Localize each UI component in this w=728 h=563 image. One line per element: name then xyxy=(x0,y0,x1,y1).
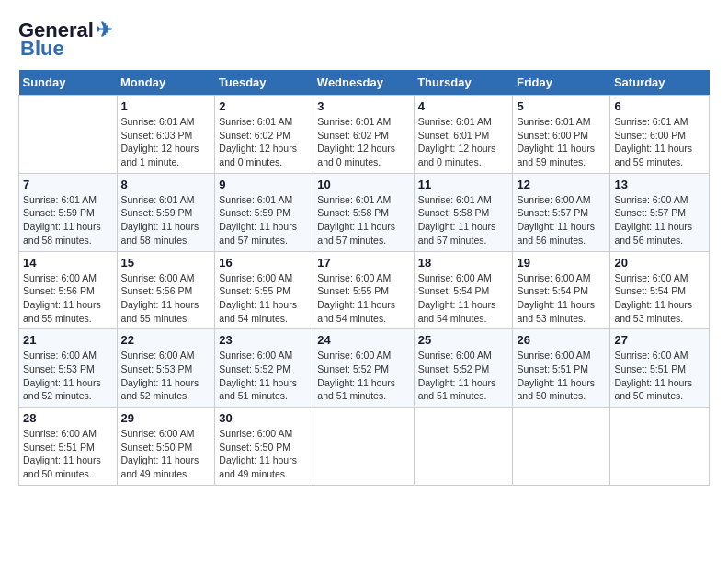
day-number: 13 xyxy=(614,178,705,191)
day-info: Sunrise: 6:00 AMSunset: 5:54 PMDaylight:… xyxy=(517,271,606,326)
calendar-cell: 3Sunrise: 6:01 AMSunset: 6:02 PMDaylight… xyxy=(313,96,414,174)
calendar-cell: 12Sunrise: 6:00 AMSunset: 5:57 PMDayligh… xyxy=(513,173,610,251)
calendar-cell: 30Sunrise: 6:00 AMSunset: 5:50 PMDayligh… xyxy=(215,408,313,486)
day-info: Sunrise: 6:01 AMSunset: 5:58 PMDaylight:… xyxy=(317,193,409,247)
day-number: 29 xyxy=(121,411,211,425)
calendar-cell: 20Sunrise: 6:00 AMSunset: 5:54 PMDayligh… xyxy=(610,251,710,329)
calendar-cell: 5Sunrise: 6:01 AMSunset: 6:00 PMDaylight… xyxy=(513,96,610,174)
day-info: Sunrise: 6:00 AMSunset: 5:57 PMDaylight:… xyxy=(517,193,606,247)
day-number: 9 xyxy=(219,178,309,191)
page-header: General✈ Blue xyxy=(18,18,710,61)
day-number: 24 xyxy=(317,333,409,347)
day-number: 30 xyxy=(219,411,309,425)
day-info: Sunrise: 6:01 AMSunset: 5:59 PMDaylight:… xyxy=(23,193,113,247)
calendar-cell: 16Sunrise: 6:00 AMSunset: 5:55 PMDayligh… xyxy=(215,251,313,329)
calendar-week-row: 7Sunrise: 6:01 AMSunset: 5:59 PMDaylight… xyxy=(19,173,710,251)
calendar-cell: 29Sunrise: 6:00 AMSunset: 5:50 PMDayligh… xyxy=(117,408,215,486)
day-info: Sunrise: 6:00 AMSunset: 5:54 PMDaylight:… xyxy=(614,271,705,326)
day-number: 22 xyxy=(121,333,211,347)
day-number: 20 xyxy=(614,256,705,270)
day-info: Sunrise: 6:01 AMSunset: 6:00 PMDaylight:… xyxy=(614,115,705,169)
day-number: 25 xyxy=(418,333,509,347)
day-number: 18 xyxy=(418,256,509,270)
calendar-cell xyxy=(19,96,118,174)
calendar-cell: 6Sunrise: 6:01 AMSunset: 6:00 PMDaylight… xyxy=(610,96,710,174)
day-info: Sunrise: 6:00 AMSunset: 5:56 PMDaylight:… xyxy=(121,271,211,326)
day-info: Sunrise: 6:00 AMSunset: 5:51 PMDaylight:… xyxy=(23,427,113,481)
calendar-cell: 8Sunrise: 6:01 AMSunset: 5:59 PMDaylight… xyxy=(117,173,215,251)
calendar-cell xyxy=(610,408,710,486)
weekday-header: Friday xyxy=(513,70,610,96)
calendar-cell: 25Sunrise: 6:00 AMSunset: 5:52 PMDayligh… xyxy=(414,329,513,408)
calendar-cell: 18Sunrise: 6:00 AMSunset: 5:54 PMDayligh… xyxy=(414,251,513,329)
day-number: 1 xyxy=(121,99,211,113)
calendar-cell: 9Sunrise: 6:01 AMSunset: 5:59 PMDaylight… xyxy=(215,173,313,251)
weekday-header: Thursday xyxy=(414,70,513,96)
calendar-week-row: 21Sunrise: 6:00 AMSunset: 5:53 PMDayligh… xyxy=(19,329,710,408)
day-info: Sunrise: 6:01 AMSunset: 6:02 PMDaylight:… xyxy=(317,115,409,169)
calendar-cell xyxy=(414,408,513,486)
calendar-week-row: 14Sunrise: 6:00 AMSunset: 5:56 PMDayligh… xyxy=(19,251,710,329)
day-number: 6 xyxy=(614,99,705,113)
day-info: Sunrise: 6:00 AMSunset: 5:50 PMDaylight:… xyxy=(219,427,309,481)
day-info: Sunrise: 6:00 AMSunset: 5:56 PMDaylight:… xyxy=(23,271,113,326)
day-number: 3 xyxy=(317,99,409,113)
day-info: Sunrise: 6:00 AMSunset: 5:57 PMDaylight:… xyxy=(614,193,705,247)
day-info: Sunrise: 6:00 AMSunset: 5:52 PMDaylight:… xyxy=(317,349,409,403)
weekday-header: Wednesday xyxy=(313,70,414,96)
calendar-cell: 11Sunrise: 6:01 AMSunset: 5:58 PMDayligh… xyxy=(414,173,513,251)
day-info: Sunrise: 6:00 AMSunset: 5:53 PMDaylight:… xyxy=(121,349,211,403)
day-info: Sunrise: 6:00 AMSunset: 5:51 PMDaylight:… xyxy=(614,349,705,403)
calendar-cell: 27Sunrise: 6:00 AMSunset: 5:51 PMDayligh… xyxy=(610,329,710,408)
calendar-cell: 17Sunrise: 6:00 AMSunset: 5:55 PMDayligh… xyxy=(313,251,414,329)
day-info: Sunrise: 6:01 AMSunset: 5:59 PMDaylight:… xyxy=(121,193,211,247)
day-number: 14 xyxy=(23,256,113,270)
day-info: Sunrise: 6:01 AMSunset: 6:00 PMDaylight:… xyxy=(517,115,606,169)
day-info: Sunrise: 6:01 AMSunset: 6:02 PMDaylight:… xyxy=(219,115,309,169)
day-info: Sunrise: 6:01 AMSunset: 5:59 PMDaylight:… xyxy=(219,193,309,247)
calendar-table: SundayMondayTuesdayWednesdayThursdayFrid… xyxy=(18,70,710,486)
weekday-header: Sunday xyxy=(19,70,118,96)
calendar-cell: 13Sunrise: 6:00 AMSunset: 5:57 PMDayligh… xyxy=(610,173,710,251)
calendar-week-row: 1Sunrise: 6:01 AMSunset: 6:03 PMDaylight… xyxy=(19,96,710,174)
calendar-cell: 22Sunrise: 6:00 AMSunset: 5:53 PMDayligh… xyxy=(117,329,215,408)
calendar-cell: 14Sunrise: 6:00 AMSunset: 5:56 PMDayligh… xyxy=(19,251,118,329)
day-info: Sunrise: 6:00 AMSunset: 5:55 PMDaylight:… xyxy=(219,271,309,326)
day-info: Sunrise: 6:00 AMSunset: 5:53 PMDaylight:… xyxy=(23,349,113,403)
day-info: Sunrise: 6:00 AMSunset: 5:55 PMDaylight:… xyxy=(317,271,409,326)
day-number: 21 xyxy=(23,333,113,347)
day-number: 12 xyxy=(517,178,606,191)
calendar-cell: 2Sunrise: 6:01 AMSunset: 6:02 PMDaylight… xyxy=(215,96,313,174)
calendar-cell: 23Sunrise: 6:00 AMSunset: 5:52 PMDayligh… xyxy=(215,329,313,408)
day-info: Sunrise: 6:00 AMSunset: 5:52 PMDaylight:… xyxy=(418,349,509,403)
day-number: 11 xyxy=(418,178,509,191)
calendar-cell: 10Sunrise: 6:01 AMSunset: 5:58 PMDayligh… xyxy=(313,173,414,251)
logo: General✈ Blue xyxy=(18,18,112,61)
calendar-cell: 4Sunrise: 6:01 AMSunset: 6:01 PMDaylight… xyxy=(414,96,513,174)
weekday-header: Tuesday xyxy=(215,70,313,96)
weekday-header: Monday xyxy=(117,70,215,96)
day-number: 5 xyxy=(517,99,606,113)
weekday-header: Saturday xyxy=(610,70,710,96)
calendar-cell: 7Sunrise: 6:01 AMSunset: 5:59 PMDaylight… xyxy=(19,173,118,251)
day-number: 2 xyxy=(219,99,309,113)
calendar-cell: 15Sunrise: 6:00 AMSunset: 5:56 PMDayligh… xyxy=(117,251,215,329)
calendar-cell xyxy=(313,408,414,486)
day-info: Sunrise: 6:01 AMSunset: 5:58 PMDaylight:… xyxy=(418,193,509,247)
calendar-header-row: SundayMondayTuesdayWednesdayThursdayFrid… xyxy=(19,70,710,96)
day-number: 26 xyxy=(517,333,606,347)
calendar-cell: 21Sunrise: 6:00 AMSunset: 5:53 PMDayligh… xyxy=(19,329,118,408)
calendar-cell: 26Sunrise: 6:00 AMSunset: 5:51 PMDayligh… xyxy=(513,329,610,408)
day-info: Sunrise: 6:00 AMSunset: 5:52 PMDaylight:… xyxy=(219,349,309,403)
day-number: 15 xyxy=(121,256,211,270)
calendar-cell: 24Sunrise: 6:00 AMSunset: 5:52 PMDayligh… xyxy=(313,329,414,408)
day-info: Sunrise: 6:01 AMSunset: 6:03 PMDaylight:… xyxy=(121,115,211,169)
calendar-week-row: 28Sunrise: 6:00 AMSunset: 5:51 PMDayligh… xyxy=(19,408,710,486)
calendar-cell: 28Sunrise: 6:00 AMSunset: 5:51 PMDayligh… xyxy=(19,408,118,486)
day-number: 10 xyxy=(317,178,409,191)
calendar-cell: 1Sunrise: 6:01 AMSunset: 6:03 PMDaylight… xyxy=(117,96,215,174)
calendar-cell: 19Sunrise: 6:00 AMSunset: 5:54 PMDayligh… xyxy=(513,251,610,329)
day-number: 7 xyxy=(23,178,113,191)
day-number: 27 xyxy=(614,333,705,347)
day-info: Sunrise: 6:00 AMSunset: 5:51 PMDaylight:… xyxy=(517,349,606,403)
